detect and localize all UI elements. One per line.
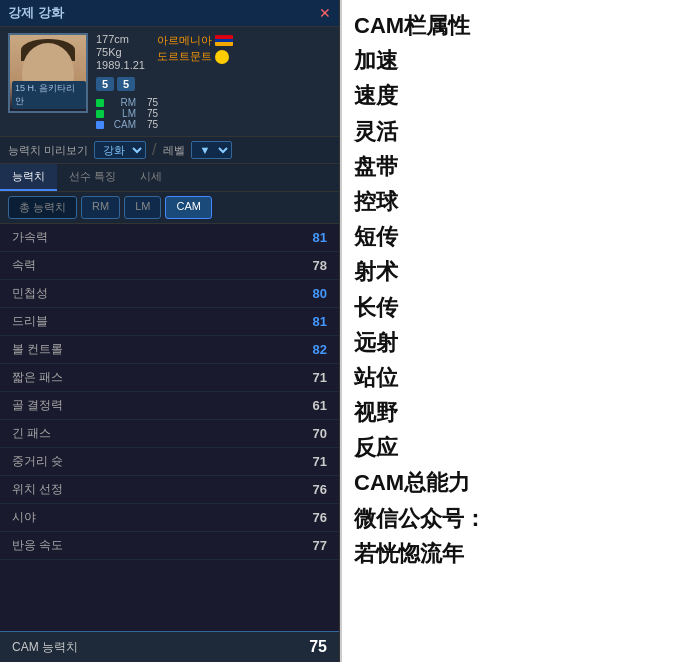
stat-value: 81 <box>313 230 327 245</box>
player-avatar: 15 H. 음키타리안 <box>8 33 88 113</box>
right-panel-line: 射术 <box>354 254 680 289</box>
stat-name: 반응 속도 <box>12 537 63 554</box>
stat-row: 시야76 <box>0 504 339 532</box>
right-panel-line: 站位 <box>354 360 680 395</box>
total-value: 75 <box>309 638 327 656</box>
stat-name: 짧은 패스 <box>12 369 63 386</box>
right-panel-line: 远射 <box>354 325 680 360</box>
stat-name: 골 결정력 <box>12 397 63 414</box>
right-panel-line: 视野 <box>354 395 680 430</box>
lm-value: 75 <box>140 108 158 119</box>
stats-list: 가속력81속력78민첩성80드리블81볼 컨트롤82짧은 패스71골 결정력61… <box>0 224 339 631</box>
cam-value: 75 <box>140 119 158 130</box>
tab-stats[interactable]: 능력치 <box>0 164 57 191</box>
position-badges: 5 5 <box>96 77 135 91</box>
stat-name: 드리블 <box>12 313 48 330</box>
right-panel-line: 短传 <box>354 219 680 254</box>
birth: 1989.1.21 <box>96 59 145 71</box>
position-stat-bars: RM 75 LM 75 CAM 75 <box>96 97 331 130</box>
weight: 75Kg <box>96 46 145 58</box>
stat-value: 80 <box>313 286 327 301</box>
position-tabs: 총 능력치 RM LM CAM <box>0 192 339 224</box>
stat-value: 76 <box>313 482 327 497</box>
level-label: 레벨 <box>163 143 185 158</box>
club-icon <box>215 50 229 64</box>
right-panel-line: 反应 <box>354 430 680 465</box>
right-panel-line: 控球 <box>354 184 680 219</box>
left-panel: 강제 강화 ✕ 15 H. 음키타리안 177cm 75Kg 1989.1.21 <box>0 0 340 662</box>
stat-value: 77 <box>313 538 327 553</box>
stat-row: 속력78 <box>0 252 339 280</box>
rm-dot-icon <box>96 99 104 107</box>
club: 도르트문트 <box>157 49 233 64</box>
stat-name: 볼 컨트롤 <box>12 341 63 358</box>
level-select[interactable]: ▼ <box>191 141 232 159</box>
title-bar: 강제 강화 ✕ <box>0 0 339 27</box>
right-panel-line: 若恍惚流年 <box>354 536 680 571</box>
cam-dot-icon <box>96 121 104 129</box>
right-panel-line: 盘带 <box>354 149 680 184</box>
stat-row: 위치 선정76 <box>0 476 339 504</box>
enhance-row: 능력치 미리보기 강화 / 레벨 ▼ <box>0 137 339 164</box>
pos-tab-all[interactable]: 총 능력치 <box>8 196 77 219</box>
stat-row: 짧은 패스71 <box>0 364 339 392</box>
stat-row: 중거리 슛71 <box>0 448 339 476</box>
right-content: CAM栏属性加速速度灵活盘带控球短传射术长传远射站位视野反应CAM总能力微信公众… <box>354 8 680 571</box>
stat-row: 가속력81 <box>0 224 339 252</box>
lm-dot-icon <box>96 110 104 118</box>
height: 177cm <box>96 33 145 45</box>
player-info: 15 H. 음키타리안 177cm 75Kg 1989.1.21 아르메니아 도… <box>0 27 339 137</box>
stat-value: 71 <box>313 370 327 385</box>
stat-name: 중거리 슛 <box>12 453 63 470</box>
slash-separator: / <box>152 141 156 159</box>
height-weight: 177cm 75Kg 1989.1.21 <box>96 33 145 71</box>
right-panel-line: 长传 <box>354 290 680 325</box>
right-panel-line: 微信公众号： <box>354 501 680 536</box>
tab-market[interactable]: 시세 <box>128 164 174 191</box>
jersey-number: 15 H. 음키타리안 <box>12 81 86 109</box>
stat-name: 속력 <box>12 257 36 274</box>
stat-row: 볼 컨트롤82 <box>0 336 339 364</box>
pos-tab-rm[interactable]: RM <box>81 196 120 219</box>
stat-name: 시야 <box>12 509 36 526</box>
stat-value: 71 <box>313 454 327 469</box>
player-details: 177cm 75Kg 1989.1.21 아르메니아 도르트문트 <box>88 33 331 130</box>
rm-value: 75 <box>140 97 158 108</box>
title-text: 강제 강화 <box>8 4 64 22</box>
stat-row: 골 결정력61 <box>0 392 339 420</box>
player-name-row: 5 5 <box>96 77 331 91</box>
stat-name: 긴 패스 <box>12 425 51 442</box>
right-panel-line: 速度 <box>354 78 680 113</box>
flag-icon <box>215 35 233 46</box>
stat-name: 민첩성 <box>12 285 48 302</box>
nationality: 아르메니아 <box>157 33 233 48</box>
enhance-label: 능력치 미리보기 <box>8 143 88 158</box>
cam-stat-row: CAM 75 <box>96 119 331 130</box>
tab-bar: 능력치 선수 특징 시세 <box>0 164 339 192</box>
stat-value: 81 <box>313 314 327 329</box>
stat-value: 70 <box>313 426 327 441</box>
close-button[interactable]: ✕ <box>319 5 331 21</box>
pos-tab-lm[interactable]: LM <box>124 196 161 219</box>
stat-row: 드리블81 <box>0 308 339 336</box>
total-label: CAM 능력치 <box>12 639 78 656</box>
stat-row: 반응 속도77 <box>0 532 339 560</box>
pos-tab-cam[interactable]: CAM <box>165 196 211 219</box>
physical-stats: 177cm 75Kg 1989.1.21 아르메니아 도르트문트 <box>96 33 331 71</box>
lm-label: LM <box>108 108 136 119</box>
stat-value: 78 <box>313 258 327 273</box>
stat-name: 가속력 <box>12 229 48 246</box>
cam-label: CAM <box>108 119 136 130</box>
stat-value: 76 <box>313 510 327 525</box>
stat-value: 82 <box>313 342 327 357</box>
stat-row: 긴 패스70 <box>0 420 339 448</box>
right-panel-line: 灵活 <box>354 114 680 149</box>
right-panel-line: CAM栏属性 <box>354 8 680 43</box>
right-panel: CAM栏属性加速速度灵活盘带控球短传射术长传远射站位视野反应CAM总能力微信公众… <box>340 0 692 662</box>
enhance-select[interactable]: 강화 <box>94 141 146 159</box>
rating2: 5 <box>117 77 135 91</box>
right-panel-line: 加速 <box>354 43 680 78</box>
rm-label: RM <box>108 97 136 108</box>
tab-traits[interactable]: 선수 특징 <box>57 164 128 191</box>
rating1: 5 <box>96 77 114 91</box>
